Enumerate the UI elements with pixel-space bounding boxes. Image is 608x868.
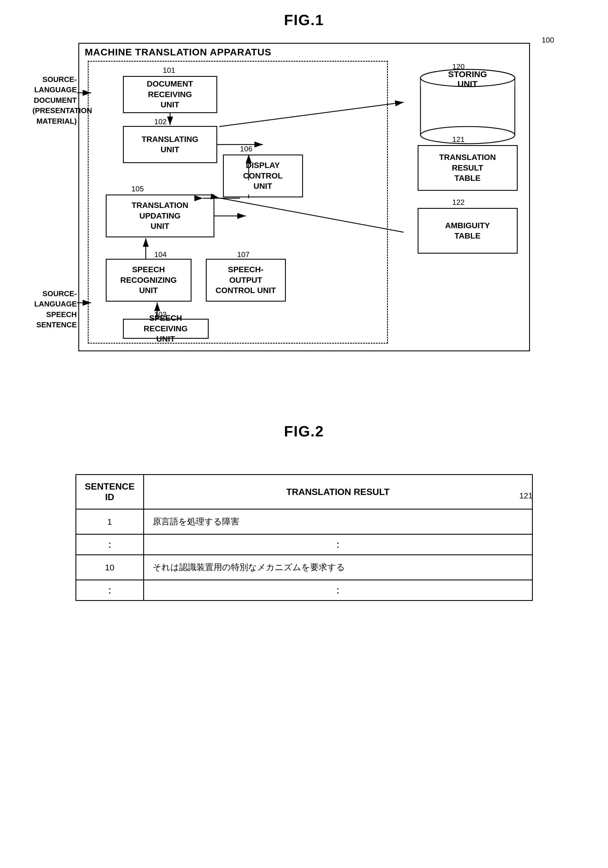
table-row: 1原言語を処理する障害 (76, 509, 532, 535)
fig2-title: FIG.2 (0, 423, 608, 451)
table-cell-id: 1 (76, 509, 143, 535)
table-row: ：： (76, 535, 532, 555)
table-cell-id: 10 (76, 555, 143, 580)
table-header-row: SENTENCE ID TRANSLATION RESULT (76, 475, 532, 509)
ext-label-speech: SOURCE- LANGUAGE SPEECH SENTENCE (33, 288, 77, 330)
table-row: 10それは認識装置用の特別なメカニズムを要求する (76, 555, 532, 580)
fig1-section: FIG.1 100 MACHINE TRANSLATION APPARATUS … (0, 0, 608, 371)
ext-label-document: SOURCE- LANGUAGE DOCUMENT (PRESENTATION … (33, 74, 77, 126)
fig2-ref-121: 121 (519, 491, 533, 501)
col-sentence-id-header: SENTENCE ID (76, 475, 143, 509)
table-row: ：： (76, 580, 532, 601)
table-cell-result: それは認識装置用の特別なメカニズムを要求する (143, 555, 532, 580)
outer-arrows-svg (79, 44, 529, 350)
fig2-translation-result-table: SENTENCE ID TRANSLATION RESULT 1原言語を処理する… (75, 474, 533, 601)
doc-arrow-svg (77, 88, 94, 97)
fig1-diagram: 100 MACHINE TRANSLATION APPARATUS 101 DO… (33, 34, 576, 371)
table-cell-id-dot: ： (76, 580, 143, 601)
table-cell-result-dot: ： (143, 535, 532, 555)
table-cell-id-dot: ： (76, 535, 143, 555)
svg-line-17 (219, 102, 404, 127)
speech-arrow-svg (77, 299, 94, 307)
col-translation-result-header: TRANSLATION RESULT (143, 475, 532, 509)
svg-line-18 (219, 198, 404, 232)
fig1-title: FIG.1 (0, 0, 608, 34)
table-cell-result-dot: ： (143, 580, 532, 601)
fig2-table-container: 121 SENTENCE ID TRANSLATION RESULT 1原言語を… (75, 474, 533, 601)
ref-100: 100 (542, 36, 554, 45)
table-cell-result: 原言語を処理する障害 (143, 509, 532, 535)
machine-translation-apparatus-box: MACHINE TRANSLATION APPARATUS 101 DOCUME… (78, 43, 530, 351)
fig2-section: FIG.2 121 SENTENCE ID TRANSLATION RESULT… (0, 423, 608, 601)
